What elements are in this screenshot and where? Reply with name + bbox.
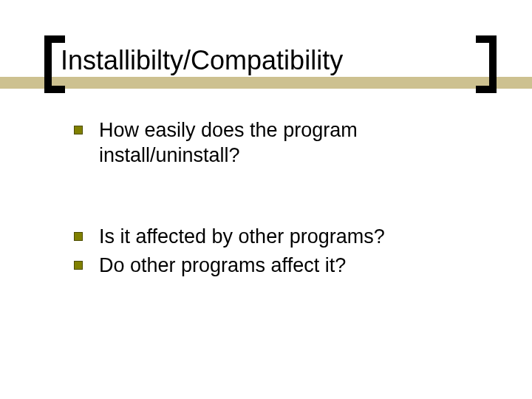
bullet-text: Is it affected by other programs? — [99, 225, 473, 250]
bullet-text: How easily does the program install/unin… — [99, 118, 473, 168]
square-bullet-icon — [74, 126, 83, 134]
slide-body: How easily does the program install/unin… — [74, 118, 473, 283]
square-bullet-icon — [74, 261, 83, 270]
bullet-item: How easily does the program install/unin… — [74, 118, 473, 168]
square-bullet-icon — [74, 232, 83, 241]
slide: Installibilty/Compatibility How easily d… — [0, 0, 532, 399]
bullet-text: Do other programs affect it? — [99, 253, 473, 279]
accent-bar — [0, 77, 532, 89]
bullet-item: Do other programs affect it? — [74, 253, 473, 279]
bullet-item: Is it affected by other programs? — [74, 225, 473, 250]
slide-title: Installibilty/Compatibility — [61, 46, 343, 75]
bullet-spacer — [74, 173, 473, 225]
title-bracket-right — [476, 35, 497, 93]
